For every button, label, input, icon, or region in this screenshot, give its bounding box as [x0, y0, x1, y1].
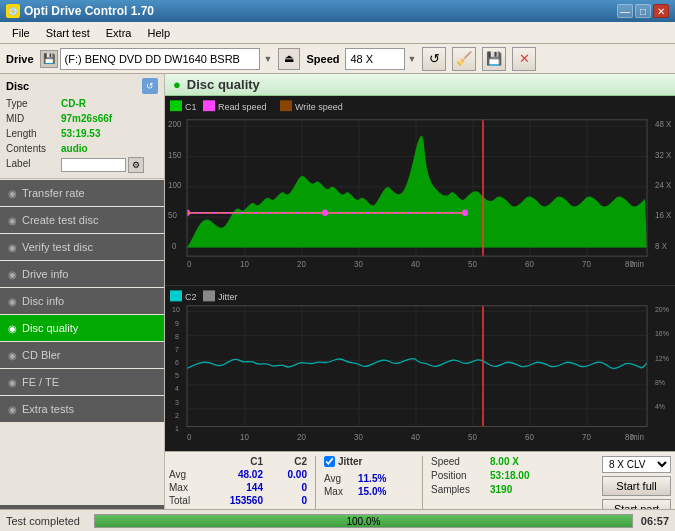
- sidebar-item-disc-quality[interactable]: ◉ Disc quality: [0, 315, 164, 341]
- disc-label-icon-button[interactable]: ⚙: [128, 157, 144, 173]
- svg-text:2: 2: [175, 411, 179, 420]
- total-c1: 153560: [211, 495, 263, 506]
- position-stat-value: 53:18.00: [490, 470, 529, 481]
- nav-items: ◉ Transfer rate ◉ Create test disc ◉ Ver…: [0, 179, 164, 505]
- refresh-button[interactable]: ↺: [422, 47, 446, 71]
- menu-extra[interactable]: Extra: [98, 25, 140, 41]
- menu-help[interactable]: Help: [139, 25, 178, 41]
- sidebar-item-transfer-rate[interactable]: ◉ Transfer rate: [0, 180, 164, 206]
- sidebar-item-fe-te[interactable]: ◉ FE / TE: [0, 369, 164, 395]
- restore-button[interactable]: □: [635, 4, 651, 18]
- c2-header: C2: [267, 456, 307, 467]
- speed-stat-value: 8.00 X: [490, 456, 519, 467]
- disc-refresh-button[interactable]: ↺: [142, 78, 158, 94]
- disc-quality-icon: ◉: [8, 323, 17, 334]
- drive-info-icon: ◉: [8, 269, 17, 280]
- avg-c2: 0.00: [267, 469, 307, 480]
- svg-text:40: 40: [411, 259, 420, 269]
- drive-select[interactable]: (F:) BENQ DVD DD DW1640 BSRB: [60, 48, 260, 70]
- sidebar-item-cd-bler[interactable]: ◉ CD Bler: [0, 342, 164, 368]
- start-full-button[interactable]: Start full: [602, 476, 671, 496]
- total-c2: 0: [267, 495, 307, 506]
- menu-file[interactable]: File: [4, 25, 38, 41]
- status-time: 06:57: [641, 515, 669, 527]
- menu-start-test[interactable]: Start test: [38, 25, 98, 41]
- disc-info-icon: ◉: [8, 296, 17, 307]
- clear-button[interactable]: 🧹: [452, 47, 476, 71]
- close-button[interactable]: ✕: [653, 4, 669, 18]
- speed-select[interactable]: 48 X: [345, 48, 405, 70]
- svg-rect-1: [170, 100, 182, 111]
- svg-text:4: 4: [175, 384, 179, 393]
- samples-stat-value: 3190: [490, 484, 512, 495]
- erase-button[interactable]: ✕: [512, 47, 536, 71]
- disc-type-label: Type: [6, 97, 61, 111]
- disc-contents-value: audio: [61, 142, 88, 156]
- app-title: Opti Drive Control 1.70: [24, 4, 154, 18]
- jitter-label: Jitter: [338, 456, 362, 467]
- max-c2: 0: [267, 482, 307, 493]
- svg-text:min: min: [631, 432, 644, 442]
- svg-text:Write speed: Write speed: [295, 102, 343, 112]
- clv-select[interactable]: 8 X CLV 16 X CLV 32 X CLV 48 X CLV: [602, 456, 671, 473]
- drive-icon: 💾: [40, 50, 58, 68]
- svg-text:12%: 12%: [655, 354, 669, 363]
- disc-section-title: Disc: [6, 80, 29, 92]
- jitter-avg-value: 11.5%: [358, 473, 386, 484]
- save-button[interactable]: 💾: [482, 47, 506, 71]
- jitter-checkbox[interactable]: [324, 456, 335, 467]
- svg-text:5: 5: [175, 371, 179, 380]
- svg-text:30: 30: [354, 259, 363, 269]
- svg-text:60: 60: [525, 432, 534, 442]
- eject-button[interactable]: ⏏: [278, 48, 300, 70]
- c1-header: C1: [211, 456, 263, 467]
- svg-text:100: 100: [168, 180, 182, 190]
- speed-dropdown-icon: ▼: [407, 54, 416, 64]
- position-stat-label: Position: [431, 470, 486, 481]
- sidebar-item-label: CD Bler: [22, 349, 61, 361]
- sidebar-item-extra-tests[interactable]: ◉ Extra tests: [0, 396, 164, 422]
- svg-text:9: 9: [175, 319, 179, 328]
- svg-text:60: 60: [525, 259, 534, 269]
- svg-text:10: 10: [240, 432, 249, 442]
- sidebar-item-label: Create test disc: [22, 214, 98, 226]
- verify-test-disc-icon: ◉: [8, 242, 17, 253]
- svg-text:50: 50: [468, 432, 477, 442]
- avg-c1: 48.02: [211, 469, 263, 480]
- cd-bler-icon: ◉: [8, 350, 17, 361]
- drive-label: Drive: [6, 53, 34, 65]
- jitter-avg-row-label: Avg: [324, 473, 354, 484]
- svg-text:C2: C2: [185, 291, 197, 302]
- speed-label: Speed: [306, 53, 339, 65]
- svg-text:50: 50: [468, 259, 477, 269]
- bottom-chart-svg: C2 Jitter 10 9 8 7 6 5: [165, 286, 675, 451]
- top-chart-svg: C1 Read speed Write speed 200 150 100 50…: [165, 96, 675, 285]
- transfer-rate-icon: ◉: [8, 188, 17, 199]
- window-controls: — □ ✕: [617, 4, 669, 18]
- sidebar-item-drive-info[interactable]: ◉ Drive info: [0, 261, 164, 287]
- status-bar: Test completed 100.0% 06:57: [0, 509, 675, 531]
- fe-te-icon: ◉: [8, 377, 17, 388]
- svg-text:0: 0: [172, 240, 177, 250]
- sidebar-item-disc-info[interactable]: ◉ Disc info: [0, 288, 164, 314]
- svg-text:200: 200: [168, 119, 182, 129]
- chart-title-bar: ● Disc quality: [165, 74, 675, 96]
- sidebar-item-verify-test-disc[interactable]: ◉ Verify test disc: [0, 234, 164, 260]
- svg-text:24 X: 24 X: [655, 180, 672, 190]
- progress-bar-container: 100.0%: [94, 514, 633, 528]
- sidebar-item-create-test-disc[interactable]: ◉ Create test disc: [0, 207, 164, 233]
- avg-label: Avg: [169, 469, 207, 480]
- svg-text:16%: 16%: [655, 330, 669, 339]
- svg-text:20: 20: [297, 259, 306, 269]
- max-c1: 144: [211, 482, 263, 493]
- svg-text:min: min: [631, 259, 644, 269]
- svg-text:10: 10: [172, 305, 180, 314]
- svg-text:20%: 20%: [655, 305, 669, 314]
- total-label: Total: [169, 495, 207, 506]
- charts-container: C1 Read speed Write speed 200 150 100 50…: [165, 96, 675, 451]
- sidebar-item-label: FE / TE: [22, 376, 59, 388]
- sidebar-item-label: Drive info: [22, 268, 68, 280]
- svg-text:7: 7: [175, 345, 179, 354]
- disc-label-input[interactable]: [61, 158, 126, 172]
- minimize-button[interactable]: —: [617, 4, 633, 18]
